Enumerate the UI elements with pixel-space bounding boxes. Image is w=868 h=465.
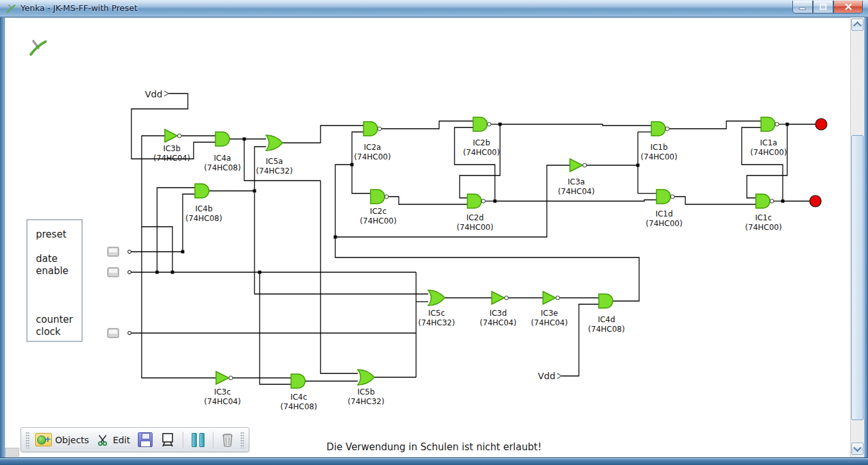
- gate-body-and[interactable]: [599, 294, 613, 308]
- connection-terminal[interactable]: [128, 270, 131, 273]
- gate-body-and[interactable]: [215, 132, 230, 146]
- gate-body-or[interactable]: [428, 290, 445, 306]
- gate-IC5c[interactable]: IC5c(74HC32): [418, 290, 455, 327]
- gate-label: IC4d: [597, 315, 615, 324]
- annotation-line: date: [36, 253, 58, 265]
- close-icon: [844, 3, 853, 10]
- gate-body-not[interactable]: [165, 129, 178, 142]
- gate-IC3d[interactable]: IC3d(74HC04): [480, 291, 516, 327]
- scrollbar-thumb[interactable]: [851, 135, 864, 420]
- push-switch[interactable]: [108, 247, 119, 256]
- gate-body-or[interactable]: [266, 135, 283, 151]
- circuit-diagram: IC3b(74HC04)IC4a(74HC08)IC5a(74HC32)IC4b…: [0, 0, 868, 465]
- gate-IC2a[interactable]: IC2a(74HC00): [354, 122, 390, 161]
- inversion-bubble: [378, 127, 381, 131]
- gate-chip-label: (74HC04): [558, 187, 594, 196]
- push-switch[interactable]: [108, 268, 119, 277]
- gate-IC3c[interactable]: IC3c(74HC04): [204, 371, 240, 406]
- inversion-bubble: [229, 376, 233, 380]
- gate-chip-label: (74HC00): [354, 152, 390, 161]
- gate-IC3e[interactable]: IC3e(74HC04): [531, 291, 567, 327]
- junction-dot: [181, 250, 185, 254]
- vdd-text: Vdd: [538, 371, 555, 381]
- gate-chip-label: (74HC00): [646, 219, 682, 228]
- gate-body-not[interactable]: [216, 371, 229, 384]
- inversion-bubble: [178, 134, 181, 138]
- power-arrow-icon: [557, 373, 562, 379]
- gate-body-not[interactable]: [570, 159, 583, 172]
- wire[interactable]: [183, 194, 195, 252]
- push-switch[interactable]: [108, 329, 119, 338]
- inversion-bubble: [671, 195, 674, 199]
- wire[interactable]: [335, 165, 639, 301]
- gate-IC1b[interactable]: IC1b(74HC00): [640, 122, 677, 161]
- gate-IC4a[interactable]: IC4a(74HC08): [204, 132, 240, 172]
- gate-label: IC2a: [364, 143, 381, 152]
- minimize-button[interactable]: [792, 1, 813, 13]
- gate-label: IC4c: [290, 393, 307, 402]
- wire[interactable]: [460, 124, 500, 198]
- gate-IC2b[interactable]: IC2b(74HC00): [463, 117, 499, 157]
- gate-body-not[interactable]: [492, 291, 505, 304]
- wire[interactable]: [142, 227, 216, 378]
- chevron-down-icon: [853, 444, 862, 452]
- gate-IC3a[interactable]: IC3a(74HC04): [558, 159, 594, 196]
- gate-label: IC3b: [163, 144, 180, 153]
- gate-body-nand[interactable]: [467, 194, 481, 208]
- junction-dot: [156, 271, 159, 274]
- gate-body-nand[interactable]: [761, 117, 775, 131]
- gate-body-and[interactable]: [195, 184, 209, 198]
- gate-body-nand[interactable]: [363, 122, 378, 136]
- gate-body-nand[interactable]: [371, 190, 385, 204]
- led-indicator[interactable]: [815, 118, 827, 130]
- gate-IC1a[interactable]: IC1a(74HC00): [750, 117, 787, 157]
- inversion-bubble: [481, 199, 485, 203]
- vertical-scrollbar[interactable]: [850, 17, 864, 457]
- connection-terminal[interactable]: [128, 331, 131, 334]
- gate-IC1d[interactable]: IC1d(74HC00): [646, 190, 682, 228]
- wire[interactable]: [495, 200, 656, 201]
- wire[interactable]: [157, 188, 195, 272]
- led-indicator[interactable]: [810, 195, 821, 207]
- restore-icon: [819, 3, 827, 10]
- gate-body-nand[interactable]: [473, 117, 487, 131]
- gate-IC4b[interactable]: IC4b(74HC08): [185, 184, 222, 223]
- gate-IC5b[interactable]: IC5b(74HC32): [347, 370, 384, 406]
- vdd-power-label[interactable]: Vdd: [145, 89, 169, 99]
- annotation-box[interactable]: presetdateenablecounterclock: [27, 220, 82, 341]
- scrollbar-up-button[interactable]: [851, 19, 864, 31]
- wire[interactable]: [321, 181, 358, 373]
- gate-IC2c[interactable]: IC2c(74HC00): [360, 190, 396, 225]
- wire[interactable]: [255, 191, 428, 294]
- gate-IC5a[interactable]: IC5a(74HC32): [256, 135, 292, 175]
- maximize-button[interactable]: [813, 1, 833, 13]
- gate-body-and[interactable]: [291, 374, 305, 388]
- junction-dot: [171, 271, 174, 274]
- connection-terminal[interactable]: [128, 250, 131, 253]
- gate-body-nand[interactable]: [656, 190, 671, 204]
- wire[interactable]: [674, 197, 756, 204]
- gate-body-not[interactable]: [543, 291, 556, 304]
- wire[interactable]: [260, 272, 291, 384]
- junction-dot: [258, 271, 262, 274]
- gate-body-nand[interactable]: [756, 194, 770, 208]
- gate-label: IC1a: [760, 138, 778, 147]
- gate-IC3b[interactable]: IC3b(74HC04): [153, 129, 190, 163]
- gate-label: IC4a: [214, 154, 231, 163]
- vdd-power-label[interactable]: Vdd: [538, 371, 562, 381]
- gate-IC2d[interactable]: IC2d(74HC00): [456, 194, 493, 232]
- wire[interactable]: [283, 126, 363, 143]
- gate-IC4d[interactable]: IC4d(74HC08): [588, 294, 624, 334]
- wire[interactable]: [500, 124, 651, 126]
- close-button[interactable]: [833, 1, 863, 13]
- wire[interactable]: [388, 197, 467, 204]
- scrollbar-down-button[interactable]: [851, 443, 864, 455]
- gate-IC1c[interactable]: IC1c(74HC00): [745, 194, 781, 232]
- gate-chip-label: (74HC00): [463, 148, 499, 157]
- wire[interactable]: [352, 132, 371, 193]
- gate-body-nand[interactable]: [651, 122, 665, 136]
- gate-body-or[interactable]: [358, 370, 374, 385]
- gate-IC4c[interactable]: IC4c(74HC08): [280, 374, 317, 411]
- wire[interactable]: [562, 304, 599, 376]
- wire[interactable]: [747, 124, 787, 198]
